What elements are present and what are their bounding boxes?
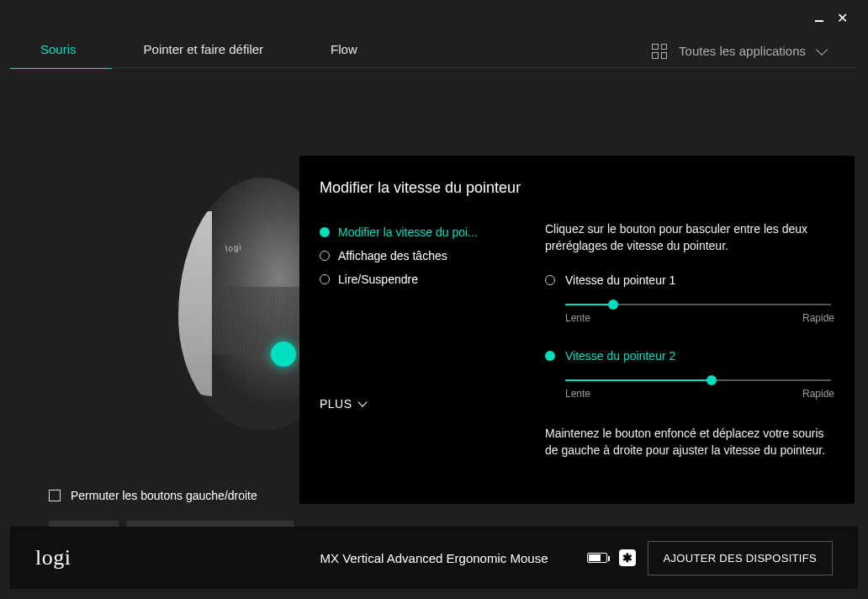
action-play-pause[interactable]: Lire/Suspendre (320, 268, 525, 291)
chevron-down-icon (816, 43, 828, 55)
app-window: ✕ Souris Pointer et faire défiler Flow T… (0, 0, 868, 599)
tabs: Souris Pointer et faire défiler Flow (40, 34, 425, 68)
mouse-button-hotspot[interactable] (271, 342, 296, 367)
slider-fast-label: Rapide (802, 312, 834, 324)
swap-label: Permuter les boutons gauche/droite (71, 489, 257, 502)
checkbox-icon (49, 490, 61, 501)
action-label: Modifier la vitesse du poi... (338, 225, 478, 239)
battery-icon (587, 553, 607, 563)
settings-description: Cliquez sur le bouton pour basculer entr… (545, 220, 834, 255)
radio-filled-icon (545, 351, 555, 361)
pointer-speed-2-row[interactable]: Vitesse du pointeur 2 (545, 349, 834, 363)
topbar: Souris Pointer et faire défiler Flow Tou… (10, 34, 858, 68)
speed1-label: Vitesse du pointeur 1 (565, 273, 675, 287)
slider-fast-label: Rapide (802, 388, 834, 400)
radio-empty-icon (320, 251, 330, 261)
speed2-slider-block: Lente Rapide (545, 379, 834, 400)
settings-panel: Modifier la vitesse du pointeur Modifier… (299, 156, 855, 504)
footer: logi MX Vertical Advanced Ergonomic Mous… (10, 527, 858, 589)
speed1-slider-block: Lente Rapide (545, 304, 834, 324)
action-pointer-speed[interactable]: Modifier la vitesse du poi... (320, 220, 525, 244)
receiver-icon[interactable]: ✱ (619, 549, 636, 566)
tab-flow[interactable]: Flow (331, 34, 357, 68)
speed1-slider[interactable] (565, 304, 831, 305)
device-name: MX Vertical Advanced Ergonomic Mouse (320, 551, 548, 565)
action-label: Affichage des tâches (338, 249, 447, 262)
slider-thumb[interactable] (608, 300, 618, 310)
settings-column: Cliquez sur le bouton pour basculer entr… (545, 220, 834, 459)
expand-actions[interactable]: PLUS (320, 397, 525, 411)
action-task-view[interactable]: Affichage des tâches (320, 244, 525, 268)
expand-label: PLUS (320, 397, 352, 411)
pointer-speed-1-row[interactable]: Vitesse du pointeur 1 (545, 273, 834, 287)
radio-empty-icon (320, 274, 330, 284)
close-icon[interactable]: ✕ (837, 12, 848, 25)
minimize-icon[interactable] (815, 20, 823, 22)
chevron-down-icon (357, 397, 367, 406)
tab-mouse[interactable]: Souris (40, 34, 77, 68)
window-controls: ✕ (815, 12, 848, 25)
app-switcher[interactable]: Toutes les applications (652, 44, 826, 59)
swap-buttons-checkbox[interactable]: Permuter les boutons gauche/droite (49, 489, 294, 502)
action-label: Lire/Suspendre (338, 273, 418, 286)
speed2-slider[interactable] (565, 379, 831, 381)
slider-thumb[interactable] (707, 375, 717, 385)
device-brand-text: logi (225, 242, 242, 254)
app-switcher-label: Toutes les applications (679, 44, 806, 58)
panel-title: Modifier la vitesse du pointeur (320, 179, 834, 197)
radio-filled-icon (320, 227, 330, 237)
action-list: Modifier la vitesse du poi... Affichage … (320, 220, 525, 459)
slider-slow-label: Lente (565, 312, 590, 324)
tab-point-scroll[interactable]: Pointer et faire défiler (144, 34, 264, 68)
speed2-label: Vitesse du pointeur 2 (565, 349, 675, 363)
settings-hint: Maintenez le bouton enfoncé et déplacez … (545, 425, 834, 459)
radio-empty-icon (545, 275, 555, 285)
grid-icon (652, 44, 667, 59)
add-device-button[interactable]: AJOUTER DES DISPOSITIFS (648, 541, 833, 575)
slider-slow-label: Lente (565, 388, 590, 400)
logo: logi (35, 545, 71, 570)
